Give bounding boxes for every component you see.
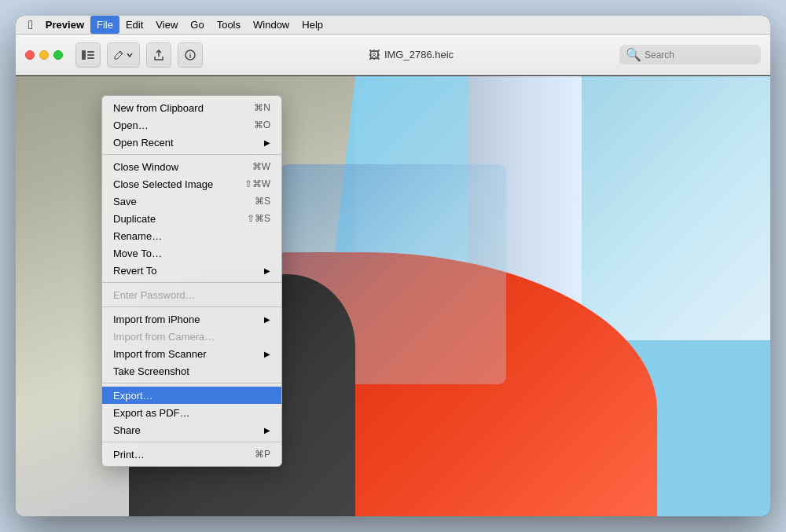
menubar-file[interactable]: File	[90, 16, 119, 34]
menubar-go[interactable]: Go	[184, 16, 210, 34]
search-input[interactable]	[645, 50, 747, 61]
share-toolbar-button[interactable]	[146, 42, 171, 68]
pencil-button[interactable]	[107, 42, 140, 68]
menu-item-revert-to[interactable]: Revert To ▶	[102, 262, 281, 279]
menu-separator-1	[102, 154, 281, 155]
menubar-window[interactable]: Window	[247, 16, 296, 34]
menu-item-open-recent[interactable]: Open Recent ▶	[102, 134, 281, 151]
svg-text:i: i	[189, 52, 192, 60]
menu-item-print[interactable]: Print… ⌘P	[102, 446, 281, 463]
sidebar-toggle-button[interactable]	[75, 42, 101, 68]
svg-rect-3	[87, 57, 94, 59]
menu-separator-4	[102, 383, 281, 383]
menu-item-save[interactable]: Save ⌘S	[102, 193, 281, 210]
menu-item-new-clipboard[interactable]: New from Clipboard ⌘N	[102, 99, 281, 116]
menu-item-import-scanner[interactable]: Import from Scanner ▶	[102, 345, 281, 362]
menu-item-import-iphone[interactable]: Import from iPhone ▶	[102, 310, 281, 328]
menu-item-close-window[interactable]: Close Window ⌘W	[102, 158, 281, 175]
close-button[interactable]	[25, 50, 35, 60]
menu-item-open[interactable]: Open… ⌘O	[102, 116, 281, 134]
chevron-down-icon	[127, 52, 133, 58]
maximize-button[interactable]	[53, 50, 63, 60]
toolbar: i 🖼 IMG_2786.heic 🔍	[16, 35, 770, 75]
menubar-preview[interactable]: Preview	[39, 16, 90, 34]
share-icon	[153, 50, 164, 61]
search-box[interactable]: 🔍	[619, 45, 761, 64]
menubar-help[interactable]: Help	[296, 16, 329, 34]
search-icon: 🔍	[626, 47, 641, 62]
minimize-button[interactable]	[39, 50, 49, 60]
menubar-view[interactable]: View	[149, 16, 184, 34]
menu-item-enter-password[interactable]: Enter Password…	[102, 286, 281, 303]
svg-rect-2	[87, 54, 94, 56]
menubar-edit[interactable]: Edit	[119, 16, 149, 34]
menu-item-take-screenshot[interactable]: Take Screenshot	[102, 362, 281, 380]
info-icon: i	[185, 50, 196, 61]
menu-separator-3	[102, 306, 281, 307]
menu-item-rename[interactable]: Rename…	[102, 227, 281, 244]
app-window:  Preview File Edit View Go Tools Window…	[16, 16, 770, 516]
menu-item-duplicate[interactable]: Duplicate ⇧⌘S	[102, 210, 281, 227]
file-menu-dropdown: New from Clipboard ⌘N Open… ⌘O Open Rece…	[101, 95, 282, 467]
menubar:  Preview File Edit View Go Tools Window…	[16, 16, 770, 35]
menu-item-share[interactable]: Share ▶	[102, 421, 281, 438]
info-button[interactable]: i	[178, 42, 203, 68]
file-name: IMG_2786.heic	[384, 49, 454, 61]
menu-item-close-selected[interactable]: Close Selected Image ⇧⌘W	[102, 175, 281, 193]
file-icon: 🖼	[369, 49, 380, 61]
menu-separator-5	[102, 442, 281, 442]
pencil-icon	[114, 50, 123, 60]
svg-rect-0	[82, 50, 86, 60]
menu-item-export-pdf[interactable]: Export as PDF…	[102, 404, 281, 421]
content-area: New from Clipboard ⌘N Open… ⌘O Open Rece…	[16, 76, 770, 516]
sidebar-icon	[82, 50, 94, 60]
menu-item-import-camera[interactable]: Import from Camera…	[102, 328, 281, 345]
menubar-tools[interactable]: Tools	[211, 16, 247, 34]
svg-rect-1	[87, 51, 94, 53]
dropdown-overlay: New from Clipboard ⌘N Open… ⌘O Open Rece…	[16, 76, 770, 516]
menu-item-move-to[interactable]: Move To…	[102, 244, 281, 262]
menu-item-export[interactable]: Export…	[102, 387, 281, 404]
toolbar-title: 🖼 IMG_2786.heic	[209, 49, 613, 61]
apple-menu[interactable]: 	[22, 16, 39, 34]
menu-separator-2	[102, 282, 281, 283]
traffic-lights	[25, 50, 63, 60]
